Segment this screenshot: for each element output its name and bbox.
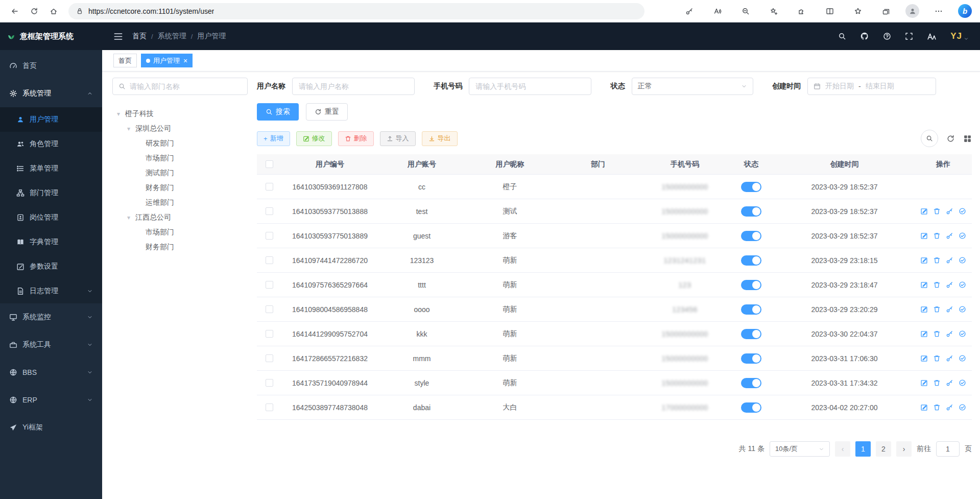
browser-profile-avatar[interactable]	[905, 4, 919, 18]
password-key-button[interactable]	[681, 3, 698, 20]
search-icon[interactable]	[838, 32, 846, 40]
status-toggle[interactable]	[741, 182, 761, 192]
next-page-button[interactable]: ›	[896, 441, 912, 457]
reset-password-icon[interactable]	[946, 207, 953, 215]
edit-icon[interactable]	[920, 330, 928, 338]
username-input[interactable]	[292, 78, 415, 95]
sidebar-item-tools[interactable]: 系统工具	[0, 331, 102, 359]
back-button[interactable]	[6, 3, 23, 20]
status-toggle[interactable]	[741, 304, 761, 315]
sidebar-item-menu-mgmt[interactable]: 菜单管理	[0, 156, 102, 181]
tree-node[interactable]: ▾ 测试部门	[112, 165, 248, 180]
phone-input[interactable]	[469, 78, 591, 95]
tree-node[interactable]: ▾ 江西总公司	[112, 210, 248, 225]
sidebar-item-yi-framework[interactable]: Yi框架	[0, 414, 102, 441]
row-checkbox[interactable]	[266, 207, 273, 215]
sidebar-item-monitor[interactable]: 系统监控	[0, 303, 102, 331]
dept-search-input[interactable]	[130, 82, 242, 90]
status-select[interactable]: 正常	[632, 78, 753, 95]
extensions-button[interactable]	[793, 3, 810, 20]
zoom-button[interactable]	[737, 3, 754, 20]
tree-node[interactable]: ▾ 财务部门	[112, 240, 248, 254]
help-icon[interactable]	[883, 32, 891, 40]
page-size-select[interactable]: 10条/页	[770, 441, 830, 457]
reset-button[interactable]: 重置	[306, 103, 348, 121]
sidebar-item-system[interactable]: 系统管理	[0, 80, 102, 107]
row-checkbox[interactable]	[266, 330, 273, 338]
home-button[interactable]	[45, 3, 62, 20]
tree-node[interactable]: ▾ 研发部门	[112, 136, 248, 151]
reset-password-icon[interactable]	[946, 305, 953, 313]
show-search-button[interactable]	[921, 130, 938, 147]
edit-icon[interactable]	[920, 256, 928, 264]
status-toggle[interactable]	[741, 231, 761, 241]
delete-icon[interactable]	[933, 256, 941, 264]
sidebar-item-post-mgmt[interactable]: 岗位管理	[0, 205, 102, 230]
assign-role-icon[interactable]	[959, 403, 966, 411]
read-aloud-button[interactable]	[709, 3, 726, 20]
delete-icon[interactable]	[933, 305, 941, 313]
assign-role-icon[interactable]	[959, 281, 966, 289]
fullscreen-icon[interactable]	[905, 32, 913, 40]
delete-icon[interactable]	[933, 330, 941, 338]
prev-page-button[interactable]: ‹	[835, 441, 850, 457]
reset-password-icon[interactable]	[946, 354, 953, 362]
reset-password-icon[interactable]	[946, 256, 953, 264]
sidebar-item-dict-mgmt[interactable]: 字典管理	[0, 230, 102, 254]
split-screen-button[interactable]	[821, 3, 839, 20]
edit-icon[interactable]	[920, 379, 928, 387]
user-avatar[interactable]: YJ	[950, 31, 969, 41]
export-button[interactable]: 导出	[422, 131, 458, 146]
tree-node[interactable]: ▾ 市场部门	[112, 225, 248, 240]
edit-icon[interactable]	[920, 305, 928, 313]
sidebar-item-erp[interactable]: ERP	[0, 386, 102, 414]
tree-node[interactable]: ▾ 财务部门	[112, 180, 248, 195]
row-checkbox[interactable]	[266, 281, 273, 289]
delete-icon[interactable]	[933, 403, 941, 411]
delete-icon[interactable]	[933, 232, 941, 240]
assign-role-icon[interactable]	[959, 354, 966, 362]
date-range-picker[interactable]: 开始日期 - 结束日期	[807, 78, 936, 95]
edit-user-button[interactable]: 修改	[296, 131, 332, 146]
reset-password-icon[interactable]	[946, 281, 953, 289]
row-checkbox[interactable]	[266, 305, 273, 313]
status-toggle[interactable]	[741, 353, 761, 364]
tree-node[interactable]: ▾ 深圳总公司	[112, 121, 248, 136]
tree-node[interactable]: ▾ 运维部门	[112, 195, 248, 210]
breadcrumb-item[interactable]: 用户管理	[197, 32, 226, 41]
reset-password-icon[interactable]	[946, 232, 953, 240]
breadcrumb-item[interactable]: 系统管理	[158, 32, 186, 41]
search-button[interactable]: 搜索	[257, 103, 299, 121]
tree-node[interactable]: ▾ 市场部门	[112, 151, 248, 165]
goto-page-input[interactable]	[936, 441, 960, 457]
sidebar-item-param-settings[interactable]: 参数设置	[0, 254, 102, 279]
status-toggle[interactable]	[741, 206, 761, 217]
collections-button[interactable]	[877, 3, 895, 20]
tree-caret-icon[interactable]: ▾	[126, 214, 132, 221]
edit-icon[interactable]	[920, 403, 928, 411]
assign-role-icon[interactable]	[959, 232, 966, 240]
tree-node[interactable]: ▾ 橙子科技	[112, 106, 248, 121]
status-toggle[interactable]	[741, 255, 761, 266]
tree-caret-icon[interactable]: ▾	[126, 125, 132, 132]
refresh-button[interactable]	[26, 3, 43, 20]
assign-role-icon[interactable]	[959, 207, 966, 215]
browser-more-button[interactable]	[930, 3, 947, 20]
status-toggle[interactable]	[741, 280, 761, 290]
delete-icon[interactable]	[933, 379, 941, 387]
tab-user-mgmt[interactable]: 用户管理 ×	[141, 54, 193, 67]
status-toggle[interactable]	[741, 378, 761, 388]
row-checkbox[interactable]	[266, 256, 273, 264]
select-all-checkbox[interactable]	[266, 160, 273, 168]
add-user-button[interactable]: + 新增	[257, 131, 290, 146]
row-checkbox[interactable]	[266, 232, 273, 240]
font-size-icon[interactable]	[927, 32, 937, 41]
column-grid-icon[interactable]	[963, 134, 972, 143]
delete-user-button[interactable]: 删除	[338, 131, 374, 146]
sidebar-item-user-mgmt[interactable]: 用户管理	[0, 107, 102, 132]
tab-home[interactable]: 首页	[113, 54, 137, 67]
tab-close-icon[interactable]: ×	[183, 57, 187, 65]
row-checkbox[interactable]	[266, 183, 273, 191]
edit-icon[interactable]	[920, 354, 928, 362]
breadcrumb-item[interactable]: 首页	[132, 32, 147, 41]
